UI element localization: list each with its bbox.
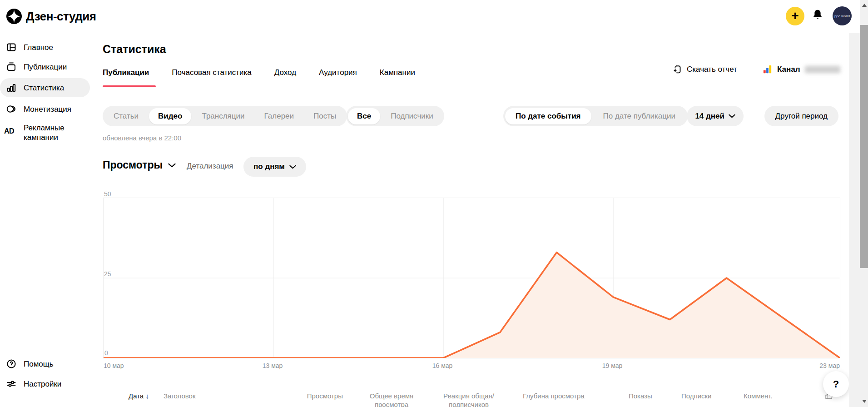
sidebar-item-ad-campaigns[interactable]: AD Рекламные кампании	[0, 122, 95, 144]
download-report-label: Скачать отчет	[687, 65, 737, 74]
filter-articles[interactable]: Статьи	[104, 108, 148, 124]
x-axis-tick: 10 мар	[104, 362, 124, 369]
column-header-subscriptions[interactable]: Подписки	[681, 392, 712, 400]
detail-value: по дням	[253, 162, 285, 171]
column-header-total-time[interactable]: Общее время просмотра	[364, 392, 419, 407]
column-header-impressions[interactable]: Показы	[629, 392, 652, 400]
app-title: Дзен-студия	[26, 10, 96, 24]
tab-campaigns[interactable]: Кампании	[380, 68, 415, 86]
layout-icon	[6, 42, 17, 53]
channel-label: Канал	[777, 65, 800, 74]
chart-svg	[104, 198, 840, 358]
sliders-icon	[6, 378, 17, 389]
download-report-button[interactable]: Скачать отчет	[673, 64, 737, 75]
tab-publications[interactable]: Публикации	[103, 68, 149, 86]
publications-icon	[6, 61, 17, 72]
sidebar-item-label: Статистика	[24, 83, 64, 93]
filter-streams[interactable]: Трансляции	[193, 108, 253, 124]
column-header-title[interactable]: Заголовок	[164, 392, 196, 400]
sidebar-item-settings[interactable]: Настройки	[0, 374, 95, 393]
filter-by-publication-date[interactable]: По дате публикации	[593, 108, 686, 124]
filter-video[interactable]: Видео	[149, 108, 191, 124]
filter-by-event-date[interactable]: По дате события	[505, 108, 591, 124]
avatar[interactable]: ppc world	[833, 6, 852, 25]
scrollbar-thumb[interactable]	[860, 25, 868, 268]
period-dropdown[interactable]: 14 дней	[687, 106, 744, 126]
tab-audience[interactable]: Аудитория	[319, 68, 357, 86]
sidebar-item-publications[interactable]: Публикации	[0, 57, 95, 76]
column-header-reactions[interactable]: Реакция общая/ подписчиков	[437, 392, 501, 407]
custom-period-label: Другой период	[775, 112, 828, 121]
right-gutter	[849, 33, 860, 407]
sidebar-item-main[interactable]: Главное	[0, 38, 95, 57]
tab-income[interactable]: Доход	[274, 68, 296, 86]
zen-logo-icon[interactable]	[6, 9, 22, 24]
sidebar-item-monetization[interactable]: Монетизация	[0, 99, 95, 119]
scrollbar-up-arrow[interactable]	[862, 4, 867, 7]
avatar-text: ppc world	[834, 14, 850, 18]
ad-icon: AD	[4, 127, 20, 138]
metrica-bars-icon	[762, 64, 773, 74]
column-header-view-depth[interactable]: Глубина просмотра	[523, 392, 585, 400]
views-line-chart[interactable]	[103, 198, 840, 358]
filter-all[interactable]: Все	[348, 108, 380, 124]
detail-dropdown[interactable]: по дням	[243, 157, 306, 177]
filter-galleries[interactable]: Галереи	[255, 108, 303, 124]
scrollbar-down-arrow[interactable]	[862, 400, 867, 403]
page-title: Статистика	[103, 43, 166, 56]
metric-label: Просмотры	[103, 159, 163, 171]
column-header-views[interactable]: Просмотры	[298, 392, 343, 400]
active-tab-underline	[103, 85, 156, 87]
sort-desc-arrow: ↓	[145, 392, 149, 400]
plus-icon: +	[791, 10, 799, 22]
column-header-comments[interactable]: Коммент.	[744, 392, 773, 400]
x-axis-tick: 23 мар	[819, 362, 840, 369]
x-axis-tick: 19 мар	[602, 362, 623, 369]
sidebar-item-label: Главное	[24, 43, 53, 52]
audience-filter: Все Подписчики	[346, 106, 444, 126]
sidebar-item-help[interactable]: Помощь	[0, 354, 95, 373]
sidebar-item-label: Помощь	[24, 359, 54, 369]
period-value: 14 дней	[695, 112, 724, 121]
question-circle-icon	[6, 358, 17, 369]
date-mode-filter: По дате события По дате публикации	[503, 106, 688, 126]
notifications-bell-icon[interactable]	[812, 8, 823, 21]
custom-period-button[interactable]: Другой период	[764, 106, 838, 126]
chevron-down-icon	[289, 165, 296, 169]
x-axis-tick: 16 мар	[432, 362, 453, 369]
y-axis-tick: 50	[104, 190, 111, 198]
filter-subscribers[interactable]: Подписчики	[382, 108, 442, 124]
question-mark: ?	[833, 378, 839, 390]
help-button[interactable]: ?	[823, 371, 849, 397]
metric-dropdown[interactable]: Просмотры	[103, 159, 176, 171]
filter-posts[interactable]: Посты	[304, 108, 345, 124]
updated-note: обновлена вчера в 22:00	[103, 134, 181, 142]
channel-name-blurred	[805, 66, 840, 73]
sidebar-item-label: Публикации	[24, 62, 67, 72]
create-button[interactable]: +	[786, 7, 804, 25]
tablist: Публикации Почасовая статистика Доход Ау…	[103, 68, 415, 86]
bar-chart-icon	[6, 82, 17, 93]
sidebar-item-label: Рекламные кампании	[24, 123, 78, 142]
column-header-date[interactable]: Дата ↓	[129, 392, 149, 400]
content-type-filter: Статьи Видео Трансляции Галереи Посты	[103, 106, 347, 126]
channel-switcher[interactable]: Канал	[762, 64, 840, 74]
chevron-down-icon	[168, 163, 176, 168]
coins-icon	[6, 104, 17, 114]
x-axis-tick: 13 мар	[263, 362, 283, 369]
sidebar-item-label: Настройки	[24, 379, 61, 389]
tabs-divider	[103, 87, 839, 87]
chart-area	[104, 253, 840, 358]
sidebar-item-label: Монетизация	[24, 104, 71, 114]
chevron-down-icon	[729, 114, 735, 118]
tab-hourly-statistics[interactable]: Почасовая статистика	[172, 68, 252, 86]
download-icon	[673, 64, 683, 75]
sidebar-item-statistics[interactable]: Статистика	[0, 78, 90, 97]
detail-label: Детализация	[187, 162, 233, 171]
